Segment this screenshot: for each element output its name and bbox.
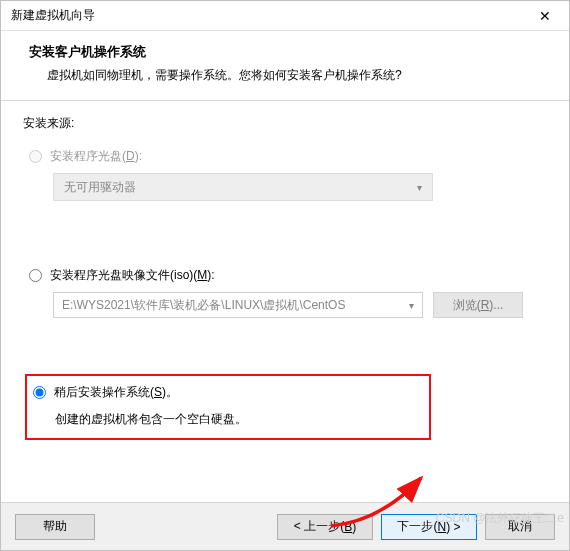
source-label: 安装来源: <box>23 115 547 132</box>
dropdown-value: 无可用驱动器 <box>64 179 136 196</box>
titlebar: 新建虚拟机向导 ✕ <box>1 1 569 31</box>
iso-path-row: E:\WYS2021\软件库\装机必备\LINUX\虚拟机\CentOS ▾ 浏… <box>29 292 547 318</box>
header-title: 安装客户机操作系统 <box>29 43 549 61</box>
radio-disc-input[interactable] <box>29 150 42 163</box>
disc-drive-dropdown[interactable]: 无可用驱动器 ▾ <box>53 173 433 201</box>
radio-option-later[interactable]: 稍后安装操作系统(S)。 <box>33 384 417 401</box>
radio-later-input[interactable] <box>33 386 46 399</box>
wizard-content: 安装来源: 安装程序光盘(D): 无可用驱动器 ▾ 安装程序光盘映像文件(iso… <box>1 101 569 502</box>
later-description: 创建的虚拟机将包含一个空白硬盘。 <box>55 411 417 428</box>
iso-path-value: E:\WYS2021\软件库\装机必备\LINUX\虚拟机\CentOS <box>62 297 345 314</box>
wizard-window: 新建虚拟机向导 ✕ 安装客户机操作系统 虚拟机如同物理机，需要操作系统。您将如何… <box>0 0 570 551</box>
back-button[interactable]: < 上一步(B) <box>277 514 373 540</box>
header-subtitle: 虚拟机如同物理机，需要操作系统。您将如何安装客户机操作系统? <box>47 67 549 84</box>
help-button[interactable]: 帮助 <box>15 514 95 540</box>
radio-option-iso[interactable]: 安装程序光盘映像文件(iso)(M): <box>29 267 547 284</box>
radio-iso-input[interactable] <box>29 269 42 282</box>
chevron-down-icon: ▾ <box>409 300 414 311</box>
wizard-header: 安装客户机操作系统 虚拟机如同物理机，需要操作系统。您将如何安装客户机操作系统? <box>1 31 569 101</box>
radio-disc-label: 安装程序光盘(D): <box>50 148 142 165</box>
chevron-down-icon: ▾ <box>417 182 422 193</box>
radio-later-label: 稍后安装操作系统(S)。 <box>54 384 178 401</box>
close-button[interactable]: ✕ <box>525 3 565 29</box>
radio-option-disc[interactable]: 安装程序光盘(D): <box>29 148 547 165</box>
highlight-annotation: 稍后安装操作系统(S)。 创建的虚拟机将包含一个空白硬盘。 <box>25 374 431 440</box>
close-icon: ✕ <box>539 8 551 24</box>
radio-iso-label: 安装程序光盘映像文件(iso)(M): <box>50 267 215 284</box>
iso-path-input[interactable]: E:\WYS2021\软件库\装机必备\LINUX\虚拟机\CentOS ▾ <box>53 292 423 318</box>
watermark: CSDN @法外狂徒王二e <box>436 510 564 527</box>
browse-button[interactable]: 浏览(R)... <box>433 292 523 318</box>
window-title: 新建虚拟机向导 <box>11 7 95 24</box>
